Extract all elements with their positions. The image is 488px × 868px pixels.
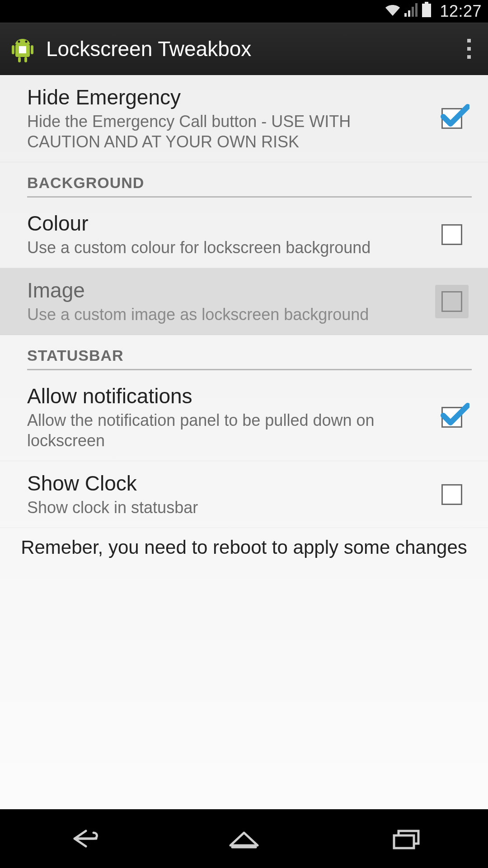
pref-colour[interactable]: Colour Use a custom colour for lockscree… (0, 201, 488, 268)
pref-title: Colour (27, 211, 423, 236)
nav-back-button[interactable] (41, 823, 122, 854)
section-header-background: BACKGROUND (0, 162, 488, 201)
nav-home-button[interactable] (203, 823, 285, 854)
checkbox-hide-emergency[interactable] (432, 108, 472, 129)
status-clock: 12:27 (440, 2, 482, 21)
app-icon (8, 34, 37, 63)
battery-icon (422, 2, 432, 21)
svg-rect-0 (404, 13, 407, 17)
svg-rect-10 (24, 57, 27, 62)
divider (27, 369, 472, 370)
svg-rect-9 (18, 57, 21, 62)
navigation-bar (0, 809, 488, 868)
pref-title: Image (27, 278, 423, 302)
pref-summary: Use a custom colour for lockscreen backg… (27, 237, 423, 258)
status-bar: 12:27 (0, 0, 488, 23)
preference-list: Hide Emergency Hide the Emergency Call b… (0, 75, 488, 809)
pref-allow-notifications[interactable]: Allow notifications Allow the notificati… (0, 374, 488, 461)
svg-rect-2 (412, 7, 414, 17)
signal-icon (404, 2, 418, 21)
section-label: STATUSBAR (27, 347, 472, 364)
pref-image[interactable]: Image Use a custom image as lockscreen b… (0, 268, 488, 335)
section-label: BACKGROUND (27, 174, 472, 192)
svg-point-11 (18, 41, 20, 43)
checkbox-show-clock[interactable] (432, 484, 472, 505)
svg-rect-1 (408, 10, 410, 17)
checkbox-colour[interactable] (432, 224, 472, 245)
svg-rect-4 (425, 2, 428, 4)
pref-title: Allow notifications (27, 384, 423, 408)
svg-rect-3 (415, 3, 418, 17)
check-icon (441, 403, 469, 426)
pref-summary: Allow the notification panel to be pulle… (27, 410, 423, 451)
svg-rect-7 (12, 45, 14, 54)
footer-note: Remeber, you need to reboot to apply som… (0, 528, 488, 567)
pref-summary: Show clock in statusbar (27, 497, 423, 518)
divider (27, 196, 472, 198)
pref-hide-emergency[interactable]: Hide Emergency Hide the Emergency Call b… (0, 75, 488, 162)
svg-rect-8 (31, 45, 33, 54)
check-icon (441, 104, 469, 127)
svg-point-12 (25, 41, 28, 43)
nav-recent-button[interactable] (366, 823, 447, 854)
wifi-icon (385, 2, 401, 21)
svg-rect-15 (394, 835, 414, 848)
action-bar: Lockscreen Tweakbox (0, 23, 488, 75)
pref-title: Hide Emergency (27, 85, 423, 109)
checkbox-allow-notifications[interactable] (432, 407, 472, 428)
pref-summary: Use a custom image as lockscreen backgro… (27, 304, 423, 325)
page-title: Lockscreen Tweakbox (46, 37, 458, 61)
svg-rect-5 (422, 4, 431, 17)
pref-summary: Hide the Emergency Call button - USE WIT… (27, 111, 423, 152)
pref-title: Show Clock (27, 471, 423, 495)
checkbox-image[interactable] (432, 285, 472, 318)
section-header-statusbar: STATUSBAR (0, 335, 488, 374)
pref-show-clock[interactable]: Show Clock Show clock in statusbar (0, 461, 488, 528)
overflow-menu-button[interactable] (458, 34, 480, 63)
